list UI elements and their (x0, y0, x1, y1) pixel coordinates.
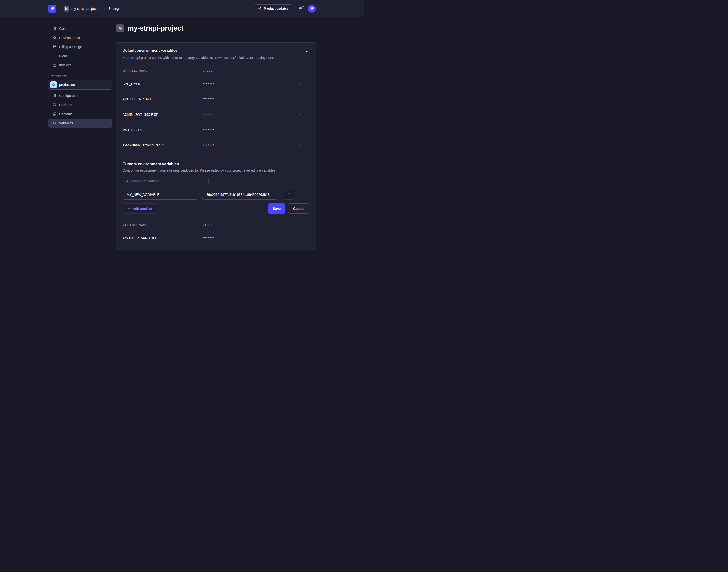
variable-value: ******* (203, 128, 293, 132)
table-header: VARIABLE NAME VALUE (123, 69, 309, 76)
variable-value: ******* (203, 82, 293, 86)
column-header-variable-name: VARIABLE NAME (123, 69, 203, 72)
sidebar-item-label: Configuration (59, 94, 79, 98)
environment-select[interactable]: production (48, 80, 112, 90)
strapi-avatar-icon (310, 6, 314, 11)
row-more-button[interactable] (293, 128, 309, 132)
sliders-icon (53, 27, 56, 30)
product-updates-button[interactable]: Product updates (254, 4, 292, 13)
table-row: APP_KEYS ******* (123, 76, 309, 91)
form-actions: Add another Save Cancel (123, 204, 309, 214)
sidebar-item-domains[interactable]: Domains (48, 110, 112, 119)
row-more-button[interactable] (293, 143, 309, 147)
strapi-logo-button[interactable] (48, 5, 56, 13)
sidebar-item-backups[interactable]: Backups (48, 100, 112, 110)
sidebar-item-variables[interactable]: Variables (48, 119, 112, 128)
variable-name: TRANSFER_TOKEN_SALT (123, 143, 203, 147)
sidebar-item-label: Plans (59, 54, 68, 58)
add-another-label: Add another (133, 207, 153, 210)
environment-section-label: Environment (48, 74, 112, 78)
environment-select-value: production (59, 83, 104, 87)
more-horizontal-icon (299, 97, 303, 101)
layers-icon (53, 36, 56, 40)
new-variable-form (123, 190, 309, 200)
sidebar-item-label: Domains (59, 112, 72, 116)
default-variables-title: Default environment variables (123, 48, 178, 53)
sidebar-item-label: Billing & Usage (59, 45, 82, 49)
sidebar-item-general[interactable]: General (48, 24, 112, 33)
page-title-text: my-strapi-project (128, 24, 183, 32)
variable-value: ******* (203, 144, 293, 147)
sidebar-item-billing[interactable]: Billing & Usage (48, 42, 112, 52)
more-horizontal-icon (299, 128, 303, 132)
variable-name: JWT_SECRET (123, 128, 203, 132)
variable-value: ******* (203, 236, 293, 240)
sidebar-item-environments[interactable]: Environments (48, 33, 112, 42)
row-more-button[interactable] (293, 97, 309, 101)
main-content: M my-strapi-project Default environment … (116, 24, 316, 251)
column-header-value: VALUE (203, 224, 293, 227)
sidebar-item-invoices[interactable]: Invoices (48, 61, 112, 70)
variable-value: ******* (203, 113, 293, 117)
user-avatar[interactable] (308, 5, 316, 12)
breadcrumb-separator: / (104, 7, 105, 11)
sliders-icon (53, 94, 56, 98)
table-row: API_TOKEN_SALT ******* (123, 91, 309, 107)
breadcrumb-separator: / (59, 7, 60, 11)
default-variables-table: VARIABLE NAME VALUE APP_KEYS ******* API… (123, 69, 309, 153)
row-more-button[interactable] (293, 82, 309, 86)
sparkles-icon (258, 7, 261, 11)
cancel-button[interactable]: Cancel (288, 204, 309, 214)
table-row: ADMIN_JWT_SECRET ******* (123, 107, 309, 122)
more-horizontal-icon (299, 143, 303, 147)
collapse-section-button[interactable] (305, 49, 309, 54)
map-icon (53, 54, 56, 58)
more-horizontal-icon (299, 82, 303, 86)
breadcrumb: / M my-strapi-project / Settings (48, 5, 121, 13)
notifications-button[interactable] (298, 6, 303, 11)
variable-value-input[interactable] (202, 190, 278, 200)
variable-name: ANOTHER_VARIABLE (123, 236, 203, 240)
row-more-button[interactable] (293, 113, 309, 117)
sidebar-item-label: Environments (59, 36, 80, 40)
project-selector[interactable]: M my-strapi-project (64, 6, 101, 11)
credit-card-icon (53, 45, 56, 49)
project-name: my-strapi-project (71, 7, 97, 11)
sidebar: General Environments Billing & Usage (48, 24, 112, 251)
variable-name: API_TOKEN_SALT (123, 97, 203, 101)
more-horizontal-icon (299, 236, 303, 240)
custom-variables-description: Control the environment your site gets d… (123, 168, 309, 172)
product-updates-label: Product updates (263, 7, 288, 10)
table-header: VARIABLE NAME VALUE (123, 224, 309, 230)
add-another-button[interactable]: Add another (123, 204, 157, 214)
sidebar-item-configuration[interactable]: Configuration (48, 91, 112, 100)
strapi-logo-icon (50, 6, 55, 11)
variable-name: ADMIN_JWT_SECRET (123, 113, 203, 117)
variable-name-input[interactable] (123, 190, 198, 200)
search-input[interactable] (123, 177, 209, 185)
row-more-button[interactable] (293, 236, 309, 240)
variable-name: APP_KEYS (123, 82, 203, 86)
sidebar-item-plans[interactable]: Plans (48, 52, 112, 61)
environment-layers-icon (50, 81, 57, 88)
save-button[interactable]: Save (268, 204, 285, 214)
generate-value-button[interactable] (284, 190, 294, 200)
topbar: / M my-strapi-project / Settings (0, 0, 364, 17)
custom-variables-title: Custom environment variables (123, 162, 309, 166)
sidebar-item-label: Variables (59, 121, 73, 125)
bell-icon (299, 6, 303, 11)
project-avatar-large: M (116, 24, 124, 32)
table-row: ANOTHER_VARIABLE ******* (123, 230, 309, 246)
notification-dot (302, 6, 304, 7)
stack-icon (53, 112, 56, 116)
column-header-variable-name: VARIABLE NAME (123, 224, 203, 227)
variable-value: ******* (203, 97, 293, 101)
refresh-icon (53, 103, 56, 107)
sidebar-item-label: General (59, 27, 71, 30)
page-title: M my-strapi-project (116, 24, 316, 32)
chevron-up-icon (305, 50, 309, 53)
sidebar-item-label: Invoices (59, 63, 71, 67)
invoice-icon (53, 63, 56, 67)
table-row: TRANSFER_TOKEN_SALT ******* (123, 138, 309, 153)
sidebar-item-label: Backups (59, 103, 72, 107)
